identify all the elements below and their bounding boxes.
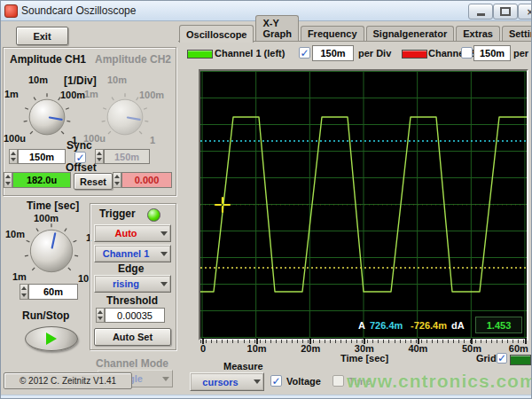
readout-a-label: A xyxy=(358,320,365,331)
time-checkbox[interactable] xyxy=(332,375,344,387)
reset-button[interactable]: Reset xyxy=(74,173,113,190)
measure-mode-dropdown[interactable]: cursors xyxy=(190,372,264,391)
channel1-perdiv-field[interactable]: 150m xyxy=(312,45,354,61)
knob-label: 10m xyxy=(28,74,48,85)
amplitude-ch2-title: Amplitude CH2 xyxy=(95,53,171,66)
window-title: Soundcard Oszilloscope xyxy=(21,4,136,17)
spinner-arrows[interactable] xyxy=(20,284,28,300)
chevron-down-icon[interactable] xyxy=(157,246,170,262)
edge-dropdown[interactable]: rising xyxy=(94,275,171,293)
knob-body xyxy=(107,99,143,135)
knob-tick xyxy=(66,108,69,110)
knob-body xyxy=(29,99,65,135)
knob-tick xyxy=(137,98,138,100)
scope-plot xyxy=(200,71,527,338)
channel1-enable-checkbox[interactable] xyxy=(299,47,310,59)
knob-label: 1m xyxy=(84,89,98,99)
knob-body xyxy=(30,230,72,271)
time-value-field[interactable]: 60m xyxy=(28,284,78,300)
readout-da-value: 1.453 xyxy=(487,320,512,331)
channel1-label: Channel 1 (left) xyxy=(215,48,285,59)
readout-cursor-a-value: 726.4m xyxy=(370,320,403,331)
maximize-button[interactable] xyxy=(493,4,518,20)
chevron-down-icon[interactable] xyxy=(157,276,170,292)
tab-frequency[interactable]: Frequency xyxy=(301,26,364,42)
amplitude-unit-label: [1/Div] xyxy=(64,74,97,87)
knob-tick xyxy=(27,240,30,242)
tab-x-y-graph[interactable]: X-Y Graph xyxy=(255,15,298,42)
app-window: Soundcard Oszilloscope × Exit Amplitude … xyxy=(0,0,532,399)
readout-da-label: dA xyxy=(451,320,465,331)
voltage-label: Voltage xyxy=(286,376,321,387)
time-spinner[interactable]: 60m xyxy=(20,284,78,300)
edge-label: Edge xyxy=(118,262,144,275)
knob-tick xyxy=(108,131,111,134)
amplitude-ch2-spinner: 150m xyxy=(95,149,150,164)
knob-tick xyxy=(25,108,28,110)
knob-label: 100u xyxy=(4,133,26,144)
spinner-arrows[interactable] xyxy=(9,149,18,164)
knob-tick xyxy=(145,121,148,121)
channel1-color-swatch xyxy=(187,50,213,59)
knob-tick xyxy=(103,108,106,110)
threshold-spinner[interactable]: 0.00035 xyxy=(96,308,165,323)
trigger-source-dropdown[interactable]: Channel 1 xyxy=(94,245,171,262)
watermark: www.cntronics.com xyxy=(347,371,532,392)
threshold-value-field[interactable]: 0.00035 xyxy=(105,308,165,323)
copyright-label: © 2012 C. Zeitnitz V1.41 xyxy=(4,372,132,389)
offset-ch1-field[interactable]: 182.0u xyxy=(12,172,71,188)
scope-display[interactable]: A 726.4m -726.4m dA 1.453 xyxy=(199,69,528,340)
trigger-title: Trigger xyxy=(99,207,136,220)
time-title: Time [sec] xyxy=(27,200,79,212)
voltage-checkbox[interactable] xyxy=(270,375,282,387)
perdiv-label: per Div xyxy=(513,48,532,59)
trigger-mode-dropdown[interactable]: Auto xyxy=(94,224,171,242)
trigger-led xyxy=(147,208,160,222)
knob-tick xyxy=(25,255,28,256)
minimize-icon xyxy=(477,13,485,16)
offset-ch1-spinner[interactable]: 182.0u xyxy=(4,172,71,188)
knob-label: 100m xyxy=(60,90,85,100)
knob-tick xyxy=(144,108,147,110)
window-bottom-border xyxy=(1,395,532,399)
offset-ch2-spinner: 0.000 xyxy=(113,172,172,188)
perdiv-label: per Div xyxy=(358,48,391,59)
minimize-button[interactable] xyxy=(468,4,493,20)
measure-mode-value: cursors xyxy=(191,377,250,387)
spinner-arrows[interactable] xyxy=(4,172,12,188)
amplitude-ch1-spinner[interactable]: 150m xyxy=(9,149,66,164)
knob-tick xyxy=(112,98,113,100)
channel2-enable-checkbox[interactable] xyxy=(461,47,473,59)
exit-button[interactable]: Exit xyxy=(16,27,68,45)
time-knob[interactable] xyxy=(19,218,84,287)
knob-label: 10m xyxy=(5,229,25,239)
auto-set-button[interactable]: Auto Set xyxy=(94,328,171,346)
spinner-arrows[interactable] xyxy=(96,308,105,323)
tab-signalgenerator[interactable]: Signalgenerator xyxy=(366,26,455,42)
edge-value: rising xyxy=(95,278,157,289)
amplitude-ch2-value-field: 150m xyxy=(104,149,150,164)
x-tick-label: 60m xyxy=(509,343,528,354)
measure-label: Measure xyxy=(223,361,263,372)
offset-ch2-field: 0.000 xyxy=(121,172,172,188)
amplitude-ch1-value-field[interactable]: 150m xyxy=(18,149,66,164)
knob-label: 1m xyxy=(12,271,27,282)
trigger-mode-value: Auto xyxy=(95,228,157,239)
knob-tick xyxy=(32,268,35,270)
grid-color-swatch[interactable] xyxy=(510,355,531,365)
channel2-perdiv-field[interactable]: 150m xyxy=(473,45,511,61)
knob-tick xyxy=(30,131,33,134)
chevron-down-icon[interactable] xyxy=(250,373,263,390)
close-button[interactable]: × xyxy=(518,4,532,20)
chevron-down-icon[interactable] xyxy=(157,225,170,241)
tab-oscilloscope[interactable]: Oscilloscope xyxy=(179,25,254,43)
trigger-source-value: Channel 1 xyxy=(95,248,157,259)
scope-canvas[interactable] xyxy=(200,71,527,341)
x-tick-label: 0 xyxy=(200,343,206,354)
tab-settings[interactable]: Settings xyxy=(502,26,532,42)
knob-label: 1m xyxy=(4,89,19,99)
grid-checkbox[interactable] xyxy=(497,353,507,364)
tab-extras[interactable]: Extras xyxy=(456,26,500,42)
channel2-color-swatch xyxy=(402,50,427,59)
run-stop-button[interactable] xyxy=(25,326,78,351)
